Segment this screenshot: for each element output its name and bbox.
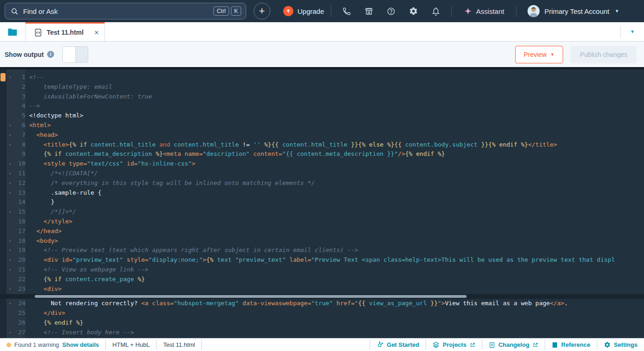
- marketplace-icon[interactable]: [365, 7, 373, 16]
- reference-link[interactable]: Reference: [545, 339, 597, 351]
- gutter-marker-cell: [0, 159, 6, 169]
- code-line-4[interactable]: 4-->: [0, 101, 644, 111]
- fold-toggle-icon[interactable]: ▾: [6, 207, 14, 217]
- line-number: 9: [14, 149, 25, 159]
- gutter-marker-cell: [0, 246, 6, 255]
- changelog-link[interactable]: Changelog: [482, 339, 545, 351]
- code-line-13[interactable]: ▾13 .sample-rule {: [0, 188, 644, 198]
- help-icon[interactable]: [387, 7, 395, 16]
- fold-toggle-icon[interactable]: ▾: [6, 169, 14, 179]
- language-mode[interactable]: HTML + HubL: [106, 339, 156, 351]
- code-line-15[interactable]: ▾15 /*]]>*/: [0, 207, 644, 217]
- nav-divider: [331, 6, 331, 17]
- line-number: 4: [14, 101, 25, 111]
- fold-toggle-icon[interactable]: ▾: [6, 159, 14, 169]
- fold-toggle-icon: [6, 111, 14, 121]
- preview-button[interactable]: Preview ▼: [515, 46, 564, 63]
- fold-toggle-icon[interactable]: ▾: [6, 73, 14, 82]
- get-started-link[interactable]: Get Started: [370, 339, 425, 351]
- settings-link[interactable]: Settings: [597, 339, 644, 351]
- code-line-6[interactable]: ▾6<html>: [0, 121, 644, 130]
- fold-toggle-icon[interactable]: ▾: [6, 299, 14, 308]
- code-lines-container: ▾1<!--2 templateType: email3 isAvailable…: [0, 69, 644, 338]
- code-text: /* everything in this style tag will be …: [25, 179, 315, 188]
- publish-changes-button[interactable]: Publish changes: [571, 46, 637, 63]
- code-line-10[interactable]: ▾10 <style type="text/css" id="hs-inline…: [0, 159, 644, 169]
- code-line-21[interactable]: ▾21 <!-- View as webpage link -->: [0, 265, 644, 275]
- code-line-5[interactable]: 5<!doctype html>: [0, 111, 644, 121]
- code-line-27[interactable]: ▾27 <!-- Insert body here -->: [0, 328, 644, 338]
- fold-toggle-icon[interactable]: ▾: [6, 255, 14, 265]
- horizontal-scrollbar-thumb[interactable]: [35, 295, 467, 298]
- info-icon[interactable]: i: [47, 51, 54, 58]
- code-line-2[interactable]: 2 templateType: email: [0, 82, 644, 92]
- tab-overflow-caret-icon[interactable]: ▼: [621, 29, 644, 34]
- code-line-7[interactable]: ▾7 <head>: [0, 130, 644, 140]
- line-number: 15: [14, 207, 25, 217]
- code-line-14[interactable]: 14 }: [0, 197, 644, 207]
- reference-label: Reference: [561, 341, 590, 348]
- code-text: Not rendering correctly? <a class="hubsp…: [25, 299, 568, 308]
- gutter-marker-cell: [0, 236, 6, 246]
- projects-link[interactable]: Projects: [426, 339, 481, 351]
- code-line-24[interactable]: ▾24 Not rendering correctly? <a class="h…: [0, 299, 644, 308]
- gutter-marker-cell: [0, 188, 6, 198]
- close-tab-icon[interactable]: ×: [94, 29, 99, 37]
- code-text: <body>: [25, 236, 58, 246]
- fold-toggle-icon[interactable]: ▾: [6, 179, 14, 188]
- gear-icon: [604, 341, 611, 348]
- code-line-12[interactable]: ▾12 /* everything in this style tag will…: [0, 179, 644, 188]
- code-line-20[interactable]: ▾20 <div id="preview_text" style="displa…: [0, 255, 644, 265]
- code-line-26[interactable]: 26 {% endif %}: [0, 318, 644, 328]
- fold-toggle-icon[interactable]: ▾: [6, 130, 14, 140]
- assistant-label: Assistant: [476, 7, 504, 15]
- line-number: 11: [14, 169, 25, 179]
- line-number: 3: [14, 92, 25, 102]
- code-line-19[interactable]: ▾19 <!-- Preview text (text which appear…: [0, 246, 644, 255]
- code-line-25[interactable]: 25 </div>: [0, 308, 644, 318]
- fold-toggle-icon[interactable]: ▾: [6, 246, 14, 255]
- fold-toggle-icon[interactable]: ▾: [6, 188, 14, 198]
- account-menu[interactable]: Primary Test Account ▼: [528, 5, 619, 17]
- code-line-17[interactable]: 17 </head>: [0, 227, 644, 236]
- calls-icon[interactable]: [342, 7, 351, 16]
- settings-gear-icon[interactable]: [409, 6, 418, 16]
- code-text: </div>: [25, 308, 65, 318]
- code-line-11[interactable]: ▾11 /*<![CDATA[*/: [0, 169, 644, 179]
- account-label: Primary Test Account: [544, 7, 609, 15]
- external-link-icon: [470, 342, 475, 348]
- fold-toggle-icon[interactable]: ▾: [6, 121, 14, 130]
- code-line-8[interactable]: ▾8 <title>{% if content.html_title and c…: [0, 140, 644, 150]
- code-line-23[interactable]: ▾23 <div>: [0, 284, 644, 294]
- assistant-button[interactable]: Assistant: [458, 7, 510, 15]
- warning-marker-icon[interactable]: [0, 73, 6, 81]
- code-line-22[interactable]: 22 {% if content.create_page %}: [0, 275, 644, 284]
- fold-toggle-icon[interactable]: ▾: [6, 328, 14, 338]
- code-line-16[interactable]: 16 </style>: [0, 217, 644, 227]
- line-number: 12: [14, 179, 25, 188]
- fold-toggle-icon[interactable]: ▾: [6, 265, 14, 275]
- sparkle-icon: [464, 7, 472, 15]
- code-editor[interactable]: ▾1<!--2 templateType: email3 isAvailable…: [0, 67, 644, 338]
- code-line-1[interactable]: ▾1<!--: [0, 73, 644, 82]
- finder-tab[interactable]: [0, 22, 25, 41]
- create-button[interactable]: +: [254, 3, 270, 19]
- gutter-marker-cell: [0, 121, 6, 130]
- code-line-9[interactable]: 9 {% if content.meta_description %}<meta…: [0, 149, 644, 159]
- line-number: 2: [14, 82, 25, 92]
- show-details-link[interactable]: Show details: [62, 341, 99, 348]
- horizontal-scrollbar[interactable]: [0, 294, 644, 299]
- code-line-3[interactable]: 3 isAvailableForNewContent: true: [0, 92, 644, 102]
- line-number: 23: [14, 284, 25, 294]
- tab-test11-html[interactable]: Test 11.html ×: [25, 22, 105, 41]
- code-line-18[interactable]: ▾18 <body>: [0, 236, 644, 246]
- show-output-toggle[interactable]: [62, 46, 88, 63]
- upgrade-button[interactable]: Upgrade: [283, 6, 324, 16]
- fold-toggle-icon[interactable]: ▾: [6, 140, 14, 150]
- gutter-marker-cell: [0, 227, 6, 236]
- search-input[interactable]: Find or Ask Ctrl K: [5, 3, 246, 19]
- fold-toggle-icon[interactable]: ▾: [6, 236, 14, 246]
- gutter-marker-cell: [0, 101, 6, 111]
- fold-toggle-icon[interactable]: ▾: [6, 284, 14, 294]
- notifications-bell-icon[interactable]: [431, 7, 440, 16]
